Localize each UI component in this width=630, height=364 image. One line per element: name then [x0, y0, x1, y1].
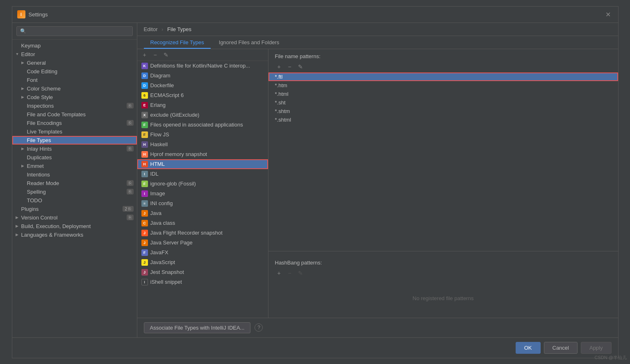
sidebar-item-plugins[interactable]: Plugins 2 ⎘: [12, 205, 137, 213]
pattern-item-shtml[interactable]: *.shtml: [268, 115, 618, 124]
list-item[interactable]: H Haskell: [137, 140, 268, 149]
list-item[interactable]: X exclude (GitExclude): [137, 110, 268, 120]
sidebar-item-inlay-hints[interactable]: ▶ Inlay Hints ⎘: [12, 145, 137, 153]
close-button[interactable]: ✕: [603, 9, 613, 19]
patterns-pane: File name patterns: + − ✎ *.ftl: [268, 49, 618, 318]
file-type-label: Java class: [150, 220, 175, 226]
badge: ⎘: [127, 146, 134, 151]
file-type-icon: ≡: [141, 200, 148, 207]
list-item[interactable]: D Diagram: [137, 71, 268, 81]
list-item[interactable]: J JavaScript: [137, 258, 268, 267]
tab-recognized[interactable]: Recognized File Types: [144, 36, 211, 49]
list-item[interactable]: J Java Flight Recorder snapshot: [137, 228, 268, 238]
associate-file-types-button[interactable]: Associate File Types with IntelliJ IDEA.…: [144, 322, 251, 333]
remove-file-type-button[interactable]: −: [151, 51, 159, 59]
sidebar-item-live-templates[interactable]: Live Templates: [12, 127, 137, 136]
ok-button[interactable]: OK: [516, 342, 541, 354]
list-item[interactable]: F ignore-glob (Fossil): [137, 179, 268, 189]
list-item[interactable]: I IDL: [137, 169, 268, 179]
help-icon[interactable]: ?: [255, 323, 263, 332]
sidebar-item-emmet[interactable]: ▶ Emmet: [12, 162, 137, 170]
list-item-html[interactable]: H HTML: [137, 159, 268, 169]
sidebar-item-general[interactable]: ▶ General: [12, 59, 137, 67]
sidebar-item-todo[interactable]: TODO: [12, 196, 137, 205]
sidebar-item-reader-mode[interactable]: Reader Mode ⎘: [12, 179, 137, 188]
pattern-item-sht[interactable]: *.sht: [268, 98, 618, 107]
file-type-icon: D: [141, 82, 148, 89]
list-item[interactable]: J Java Server Page: [137, 238, 268, 248]
search-input[interactable]: [16, 26, 133, 36]
list-item[interactable]: I Image: [137, 189, 268, 199]
search-box: [12, 23, 137, 40]
file-type-icon: I: [141, 171, 148, 177]
list-item[interactable]: I iShell snippet: [137, 277, 268, 287]
bottom-bar: Associate File Types with IntelliJ IDEA.…: [137, 318, 618, 337]
file-type-icon: J: [141, 210, 148, 217]
list-item[interactable]: D Dockerfile: [137, 81, 268, 90]
sidebar-item-duplicates[interactable]: Duplicates: [12, 153, 137, 162]
file-type-label: Flow JS: [150, 131, 169, 138]
sidebar-item-label: File and Code Templates: [27, 111, 86, 118]
sidebar-item-editor[interactable]: ▼ Editor: [12, 50, 137, 59]
pattern-item-ftl[interactable]: *.ftl: [268, 72, 618, 81]
sidebar-item-intentions[interactable]: Intentions: [12, 170, 137, 179]
sidebar-item-inspections[interactable]: Inspections ⎘: [12, 102, 137, 110]
pattern-label: *.html: [275, 91, 289, 97]
sidebar-item-file-code-templates[interactable]: File and Code Templates: [12, 110, 137, 119]
edit-file-type-button[interactable]: ✎: [162, 51, 170, 59]
panel-body: + − ✎ K Definitions file for Kotlin/Nati…: [137, 49, 618, 318]
sidebar-item-build-exec[interactable]: ▶ Build, Execution, Deployment: [12, 222, 137, 231]
sidebar-item-font[interactable]: Font: [12, 76, 137, 84]
sidebar-item-label: Spelling: [27, 189, 46, 195]
sidebar-item-code-style[interactable]: ▶ Code Style: [12, 93, 137, 102]
pattern-item-shtm[interactable]: *.shtm: [268, 107, 618, 115]
sidebar-item-version-control[interactable]: ▶ Version Control ⎘: [12, 213, 137, 222]
sidebar-item-code-editing[interactable]: Code Editing: [12, 67, 137, 76]
file-list: K Definitions file for Kotlin/Native C i…: [137, 61, 268, 318]
sidebar-item-languages[interactable]: ▶ Languages & Frameworks: [12, 231, 137, 239]
watermark: CSDN @半仙儿: [595, 355, 627, 361]
badge: ⎘: [127, 189, 134, 194]
cancel-button[interactable]: Cancel: [544, 342, 578, 354]
file-type-label: Definitions file for Kotlin/Native C int…: [150, 63, 250, 69]
arrow-icon: ▶: [21, 164, 27, 168]
remove-pattern-button[interactable]: −: [286, 63, 294, 71]
list-item[interactable]: F Files opened in associated application…: [137, 120, 268, 130]
file-type-label: exclude (GitExclude): [150, 112, 200, 118]
list-item[interactable]: J Jest Snapshot: [137, 267, 268, 277]
sidebar-item-keymap[interactable]: Keymap: [12, 41, 137, 50]
sidebar-item-label: Reader Mode: [27, 180, 59, 186]
tabs-bar: Recognized File Types Ignored Files and …: [137, 36, 618, 49]
list-item[interactable]: C Java class: [137, 218, 268, 228]
add-pattern-button[interactable]: +: [275, 63, 283, 71]
pattern-item-html[interactable]: *.html: [268, 90, 618, 98]
hashbang-toolbar: + − ✎: [268, 268, 618, 279]
sidebar-item-color-scheme[interactable]: ▶ Color Scheme: [12, 84, 137, 93]
list-item[interactable]: H Hprof memory snapshot: [137, 149, 268, 159]
apply-button[interactable]: Apply: [581, 342, 612, 354]
edit-hashbang-button[interactable]: ✎: [296, 269, 305, 277]
sidebar-item-file-encodings[interactable]: File Encodings ⎘: [12, 119, 137, 127]
pattern-label: *.ftl: [275, 74, 283, 80]
settings-dialog: I Settings ✕ Keymap ▼ Editor: [12, 6, 619, 358]
sidebar-item-label: Code Style: [27, 94, 53, 100]
list-item[interactable]: ≡ INI config: [137, 199, 268, 208]
list-item[interactable]: F Flow JS: [137, 130, 268, 140]
sidebar-item-label: File Types: [27, 137, 51, 143]
sidebar-item-file-types[interactable]: File Types: [12, 136, 137, 145]
sidebar-item-spelling[interactable]: Spelling ⎘: [12, 188, 137, 196]
list-item[interactable]: 6 ECMAScript 6: [137, 90, 268, 100]
list-item[interactable]: J Java: [137, 208, 268, 218]
arrow-icon: ▶: [21, 147, 27, 151]
pattern-item-htm[interactable]: *.htm: [268, 81, 618, 90]
list-item[interactable]: F JavaFX: [137, 248, 268, 258]
file-type-icon: F: [141, 122, 148, 128]
list-item[interactable]: K Definitions file for Kotlin/Native C i…: [137, 61, 268, 71]
edit-pattern-button[interactable]: ✎: [296, 63, 305, 71]
add-hashbang-button[interactable]: +: [275, 269, 283, 277]
tab-ignored[interactable]: Ignored Files and Folders: [212, 36, 286, 49]
add-file-type-button[interactable]: +: [141, 51, 149, 59]
list-item[interactable]: E Erlang: [137, 100, 268, 110]
file-type-icon: F: [141, 181, 148, 187]
remove-hashbang-button[interactable]: −: [286, 269, 294, 277]
